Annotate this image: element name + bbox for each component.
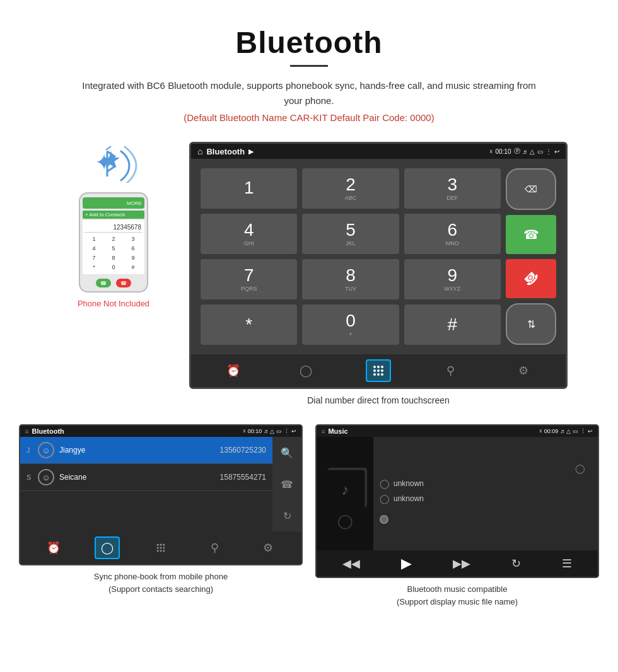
refresh-sidebar-icon[interactable]: ↻	[277, 506, 296, 525]
svg-point-19	[160, 550, 161, 552]
music-home-icon: ⌂	[322, 428, 325, 434]
call-icon: ☎	[523, 227, 539, 242]
nav-search-icon[interactable]: ⚲	[438, 359, 464, 382]
contact-row-jiangye[interactable]: J ☺ Jiangye 13560725230	[20, 437, 272, 464]
dial-key-2[interactable]: 2 ABC	[302, 168, 399, 209]
contact-icon-jiangye: ☺	[38, 442, 54, 458]
phone-key-4: 4	[85, 244, 103, 253]
music-album-icon: ◯	[337, 513, 353, 530]
nav-history-icon[interactable]: ⏰	[221, 359, 246, 382]
svg-point-3	[373, 366, 376, 368]
volume-icon: ♬	[523, 148, 528, 155]
music-statusbar-left: ⌂ Music	[322, 427, 348, 435]
dial-key-star[interactable]: *	[201, 304, 297, 345]
music-progress-area	[380, 515, 592, 524]
phonebook-empty-space	[20, 491, 272, 529]
phone-key-1: 1	[85, 235, 103, 243]
phonebook-screenshot-block: ⌂ Bluetooth ☓ 00:10 ♬ △ ▭ ⋮ ↩	[19, 424, 303, 608]
hangup-button[interactable]: ☎	[506, 259, 556, 298]
add-contacts-bar: + Add to Contacts	[83, 211, 144, 219]
music-statusbar-right: ☓ 00:09 ♬ △ ▭ ⋮ ↩	[539, 428, 593, 434]
phone-key-2: 2	[104, 235, 123, 243]
phone-key-3: 3	[124, 235, 143, 243]
nav-dialpad-icon[interactable]	[366, 359, 391, 382]
screen-icon: ▭	[537, 148, 543, 155]
phonebook-content-area: J ☺ Jiangye 13560725230 S ☺ Seicane 1587…	[20, 437, 301, 531]
svg-point-13	[160, 544, 161, 546]
bluetooth-status-icon: ☓	[489, 148, 493, 155]
contact-row-seicane[interactable]: S ☺ Seicane 15875554271	[20, 464, 272, 491]
pb-nav-search[interactable]: ⚲	[202, 536, 227, 559]
phonebook-mini-screen: ⌂ Bluetooth ☓ 00:10 ♬ △ ▭ ⋮ ↩	[19, 424, 303, 565]
playlist-button[interactable]: ☰	[562, 557, 572, 571]
music-track1-icon: ◯	[380, 478, 390, 489]
dial-key-9[interactable]: 9 WXYZ	[404, 259, 501, 299]
car-screen-dial: ⌂ Bluetooth ▶ ☓ 00:10 Ⓟ ♬ △ ▭ ⋮ ↩	[189, 142, 568, 405]
menu-icon: ⋮	[545, 148, 552, 155]
dial-sub-3: DEF	[446, 195, 458, 201]
bluetooth-icon: ★	[101, 147, 121, 173]
page-title: Bluetooth	[13, 25, 605, 60]
play-button[interactable]: ▶	[401, 555, 412, 572]
delete-button[interactable]: ⌫	[506, 168, 556, 210]
pb-back: ↩	[291, 428, 296, 434]
dial-key-7[interactable]: 7 PQRS	[201, 259, 297, 299]
svg-point-8	[381, 369, 383, 372]
phonebook-main: J ☺ Jiangye 13560725230 S ☺ Seicane 1587…	[20, 437, 272, 531]
music-mini-screen: ⌂ Music ☓ 00:09 ♬ △ ▭ ⋮ ↩	[315, 424, 599, 578]
dial-sub-2: ABC	[345, 195, 357, 201]
pb-nav-contacts[interactable]: ◯	[95, 536, 120, 559]
nav-contacts-icon[interactable]: ◯	[293, 359, 318, 382]
music-content-area: ♪ ◯ ◯ ◯ unknown ◯ unknown	[317, 437, 598, 550]
contact-number-jiangye: 13560725230	[220, 446, 266, 455]
dial-key-0[interactable]: 0 +	[302, 304, 399, 345]
pb-nav-dialpad[interactable]	[148, 536, 173, 559]
svg-point-7	[377, 369, 380, 372]
dial-key-5[interactable]: 5 JKL	[302, 214, 399, 254]
call-button[interactable]: ☎	[506, 215, 556, 254]
pb-nav-settings[interactable]: ⚙	[255, 536, 281, 559]
search-sidebar-icon[interactable]: 🔍	[277, 443, 296, 462]
svg-point-18	[157, 550, 159, 552]
repeat-button[interactable]: ↻	[511, 557, 521, 571]
contacts-button[interactable]: ⇅	[506, 303, 556, 345]
pb-scr: ▭	[276, 428, 282, 434]
call-sidebar-icon[interactable]: ☎	[277, 475, 296, 494]
call-red-button: ☎	[116, 279, 131, 287]
phone-key-7: 7	[85, 253, 103, 262]
prev-button[interactable]: ◀◀	[342, 557, 360, 571]
ms-tri: △	[566, 428, 571, 434]
dial-num-2: 2	[346, 176, 356, 194]
pb-vol: ♬	[264, 428, 268, 434]
phonebook-title: Bluetooth	[32, 427, 64, 435]
pb-menu: ⋮	[284, 428, 289, 434]
dial-key-1[interactable]: 1	[201, 168, 297, 209]
nav-settings-icon[interactable]: ⚙	[511, 359, 536, 382]
album-art-front: ♪	[325, 470, 364, 509]
dial-key-3[interactable]: 3 DEF	[404, 168, 501, 209]
music-statusbar: ⌂ Music ☓ 00:09 ♬ △ ▭ ⋮ ↩	[317, 426, 598, 437]
dial-key-8[interactable]: 8 TUV	[302, 259, 399, 299]
dial-key-hash[interactable]: #	[404, 304, 501, 345]
dial-num-6: 6	[448, 221, 458, 239]
dial-sub-4: GHI	[244, 240, 254, 246]
next-button[interactable]: ▶▶	[453, 557, 470, 571]
pb-nav-history[interactable]: ⏰	[41, 536, 66, 559]
phone-key-6: 6	[124, 244, 143, 253]
phone-key-0: 0	[104, 263, 123, 272]
phone-top-bar: MORE	[83, 197, 144, 209]
dial-key-4[interactable]: 4 GHI	[201, 214, 297, 254]
dialpad-main-grid: 1 2 ABC 3 DEF 4 GHI	[201, 168, 501, 345]
music-note-icon: ♪	[341, 481, 349, 499]
phone-key-hash: #	[124, 263, 143, 272]
media-icon: ▶	[248, 148, 254, 156]
home-icon: ⌂	[197, 146, 202, 156]
pb-bt-icon: ☓	[243, 428, 246, 434]
statusbar-left-dial: ⌂ Bluetooth ▶	[197, 146, 254, 156]
dial-key-6[interactable]: 6 MNO	[404, 214, 501, 254]
statusbar-right-dial: ☓ 00:10 Ⓟ ♬ △ ▭ ⋮ ↩	[489, 147, 559, 156]
dial-num-5: 5	[346, 221, 356, 239]
svg-point-20	[163, 550, 165, 552]
dial-caption: Dial number direct from touchscreen	[189, 395, 568, 405]
phone-key-5: 5	[104, 244, 123, 253]
